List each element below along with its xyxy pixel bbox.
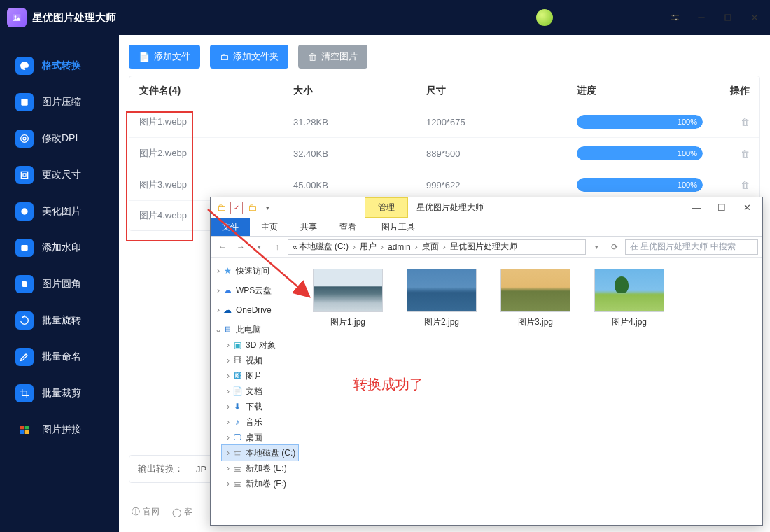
sidebar-item-watermark[interactable]: 添加水印 — [0, 230, 119, 266]
add-file-button[interactable]: 📄添加文件 — [129, 45, 200, 69]
sidebar-item-rename[interactable]: 批量命名 — [0, 339, 119, 375]
file-name: 图片4.jpg — [589, 316, 670, 328]
sidebar-item-crop[interactable]: 批量裁剪 — [0, 375, 119, 412]
breadcrumb[interactable]: 本地磁盘 (C:) — [299, 241, 349, 253]
tree-item[interactable]: ›♪音乐 — [222, 414, 298, 430]
breadcrumb[interactable]: 桌面 — [422, 241, 439, 253]
clear-button[interactable]: 🗑清空图片 — [298, 45, 368, 69]
tree-item[interactable]: ›🖴本地磁盘 (C:) — [222, 445, 298, 461]
file-item[interactable]: 图片3.jpg — [495, 269, 576, 328]
output-format[interactable]: JP — [196, 464, 206, 475]
minimize-icon[interactable] — [692, 8, 711, 27]
ribbon-tab-share[interactable]: 共享 — [289, 218, 328, 236]
cell-progress: 100% — [577, 115, 720, 129]
th-dim: 尺寸 — [426, 85, 577, 97]
tree-item[interactable]: ›🖴新加卷 (E:) — [222, 461, 298, 476]
file-name: 图片1.jpg — [307, 316, 388, 328]
output-label: 输出转换： — [138, 463, 183, 475]
table-row: 图片1.webp 31.28KB 1200*675 100% 🗑 — [130, 106, 760, 138]
folder-icon[interactable]: 🗀 — [246, 202, 258, 214]
sidebar-item-dpi[interactable]: 修改DPI — [0, 120, 119, 157]
forward-icon[interactable]: → — [233, 239, 248, 255]
tree-item[interactable]: ›🖴新加卷 (F:) — [222, 476, 298, 491]
tree-label: 音乐 — [246, 416, 262, 428]
address-bar[interactable]: « 本地磁盘 (C:)› 用户› admin› 桌面› 星优图片处理大师 — [288, 239, 586, 255]
sidebar-item-round[interactable]: 图片圆角 — [0, 266, 119, 302]
tree-item[interactable]: ›🖵桌面 — [222, 430, 298, 445]
th-progress: 进度 — [577, 85, 720, 97]
delete-icon[interactable]: 🗑 — [741, 180, 750, 190]
chevron-down-icon[interactable]: ▾ — [251, 239, 267, 255]
ribbon-tab-view[interactable]: 查看 — [328, 218, 368, 236]
tree-item[interactable]: ›⬇下载 — [222, 399, 298, 414]
tree-label: 图片 — [246, 370, 262, 382]
tree-item[interactable]: ›🖼图片 — [222, 368, 298, 384]
svg-rect-3 — [725, 15, 731, 20]
check-icon[interactable]: ✓ — [230, 202, 243, 214]
add-folder-button[interactable]: 🗀添加文件夹 — [210, 45, 288, 69]
user-avatar[interactable] — [536, 9, 553, 26]
tree-this-pc[interactable]: ⌄🖥此电脑 — [212, 322, 298, 337]
breadcrumb[interactable]: 用户 — [360, 241, 377, 253]
link-label: 客 — [184, 506, 192, 518]
maximize-icon[interactable]: ☐ — [709, 197, 734, 218]
search-input[interactable]: 在 星优图片处理大师 中搜索 — [625, 239, 758, 255]
button-label: 添加文件 — [154, 50, 190, 63]
sidebar-item-beautify[interactable]: 美化图片 — [0, 193, 119, 230]
chevron-down-icon[interactable]: ▾ — [261, 202, 274, 214]
cell-size: 45.00KB — [293, 180, 426, 190]
breadcrumb[interactable]: 星优图片处理大师 — [450, 241, 517, 253]
tree-label: WPS云盘 — [236, 285, 272, 297]
file-item[interactable]: 图片4.jpg — [589, 269, 670, 328]
official-site-link[interactable]: ⓘ官网 — [132, 506, 160, 518]
sidebar-item-stitch[interactable]: 图片拼接 — [0, 412, 119, 448]
thumbnail — [313, 269, 383, 312]
close-icon[interactable]: ✕ — [734, 197, 760, 218]
button-label: 清空图片 — [321, 50, 358, 63]
tree-quick-access[interactable]: ›★快速访问 — [212, 263, 298, 279]
svg-rect-7 — [21, 172, 27, 178]
minimize-icon[interactable]: — — [684, 197, 709, 218]
settings-icon[interactable] — [665, 8, 685, 27]
sidebar-item-format-convert[interactable]: 格式转换 — [0, 48, 119, 84]
tree-item[interactable]: ›🎞视频 — [222, 353, 298, 368]
svg-point-0 — [15, 15, 17, 18]
sidebar-item-resize[interactable]: 更改尺寸 — [0, 157, 119, 193]
maximize-icon[interactable] — [718, 8, 738, 27]
ribbon-tab-file[interactable]: 文件 — [211, 218, 250, 236]
progress-label: 100% — [577, 115, 703, 129]
back-icon[interactable]: ← — [215, 239, 230, 255]
chevron-down-icon[interactable]: ▾ — [589, 239, 604, 255]
cube-icon: ▣ — [232, 340, 243, 350]
cell-name: 图片2.webp — [139, 147, 293, 160]
up-icon[interactable]: ↑ — [270, 239, 285, 255]
sidebar-item-label: 图片拼接 — [42, 424, 81, 436]
cell-progress: 100% — [577, 146, 720, 160]
sidebar: 格式转换 图片压缩 修改DPI 更改尺寸 美化图片 添加水印 图片圆角 批量旋 — [0, 35, 119, 532]
ribbon-tab-home[interactable]: 主页 — [250, 218, 289, 236]
star-icon: ★ — [222, 266, 233, 276]
delete-icon[interactable]: 🗑 — [741, 117, 750, 127]
svg-point-1 — [673, 15, 675, 17]
tree-label: 下载 — [246, 401, 262, 413]
sidebar-item-compress[interactable]: 图片压缩 — [0, 84, 119, 120]
breadcrumb[interactable]: admin — [388, 242, 411, 252]
download-icon: ⬇ — [232, 402, 243, 412]
delete-icon[interactable]: 🗑 — [741, 148, 750, 159]
tree-item[interactable]: ›▣3D 对象 — [222, 337, 298, 353]
tree-item[interactable]: ›📄文档 — [222, 384, 298, 399]
refresh-icon[interactable]: ⟳ — [607, 239, 622, 255]
tree-onedrive[interactable]: ›☁OneDrive — [212, 302, 298, 318]
sidebar-item-rotate[interactable]: 批量旋转 — [0, 302, 119, 339]
close-icon[interactable] — [745, 8, 764, 27]
ribbon-tab-picture-tools[interactable]: 图片工具 — [370, 218, 426, 236]
support-link[interactable]: ◯客 — [172, 506, 192, 518]
compress-icon — [15, 93, 34, 111]
tree-wps[interactable]: ›☁WPS云盘 — [212, 283, 298, 298]
app-logo — [7, 8, 27, 27]
cell-dim: 999*622 — [426, 180, 577, 190]
desktop-icon: 🖵 — [232, 433, 243, 442]
file-item[interactable]: 图片1.jpg — [307, 269, 388, 328]
file-item[interactable]: 图片2.jpg — [401, 269, 482, 328]
drive-icon: 🖴 — [232, 479, 243, 489]
